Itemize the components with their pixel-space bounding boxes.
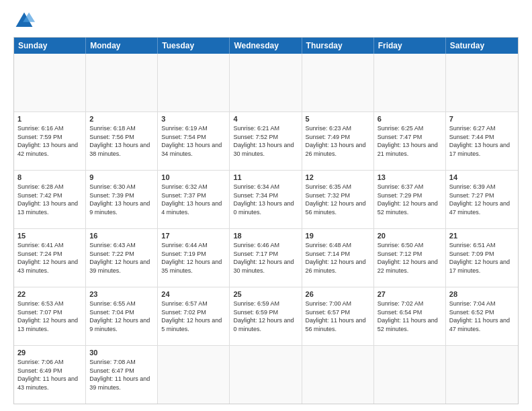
day-info: Sunrise: 7:08 AMSunset: 6:47 PMDaylight:… [89, 358, 154, 392]
calendar-cell: 18Sunrise: 6:46 AMSunset: 7:17 PMDayligh… [230, 229, 302, 287]
day-number: 23 [89, 290, 154, 298]
calendar: SundayMondayTuesdayWednesdayThursdayFrid… [13, 37, 519, 404]
logo-icon [13, 10, 35, 32]
calendar-cell [158, 54, 230, 111]
day-info: Sunrise: 6:50 AMSunset: 7:12 PMDaylight:… [378, 241, 442, 275]
calendar-cell: 20Sunrise: 6:50 AMSunset: 7:12 PMDayligh… [374, 229, 446, 287]
header [13, 10, 519, 32]
calendar-cell: 25Sunrise: 6:59 AMSunset: 6:59 PMDayligh… [230, 287, 302, 345]
calendar-cell: 7Sunrise: 6:27 AMSunset: 7:44 PMDaylight… [446, 112, 518, 170]
calendar-row [14, 54, 518, 112]
calendar-cell [14, 54, 86, 111]
calendar-cell: 6Sunrise: 6:25 AMSunset: 7:47 PMDaylight… [374, 112, 446, 170]
calendar-cell [374, 54, 446, 111]
day-info: Sunrise: 6:23 AMSunset: 7:49 PMDaylight:… [306, 124, 370, 158]
day-number: 18 [233, 232, 298, 240]
calendar-cell: 16Sunrise: 6:43 AMSunset: 7:22 PMDayligh… [86, 229, 158, 287]
calendar-cell: 22Sunrise: 6:53 AMSunset: 7:07 PMDayligh… [14, 287, 86, 345]
day-number: 5 [306, 115, 370, 123]
day-info: Sunrise: 6:39 AMSunset: 7:27 PMDaylight:… [449, 183, 515, 216]
day-info: Sunrise: 6:48 AMSunset: 7:14 PMDaylight:… [306, 241, 370, 275]
day-number: 4 [233, 115, 298, 123]
day-number: 12 [306, 173, 370, 181]
calendar-cell: 11Sunrise: 6:34 AMSunset: 7:34 PMDayligh… [230, 171, 302, 228]
calendar-cell: 13Sunrise: 6:37 AMSunset: 7:29 PMDayligh… [374, 171, 446, 228]
calendar-body: 1Sunrise: 6:16 AMSunset: 7:59 PMDaylight… [14, 54, 518, 404]
calendar-cell [302, 54, 374, 111]
day-number: 7 [449, 115, 515, 123]
calendar-cell: 3Sunrise: 6:19 AMSunset: 7:54 PMDaylight… [158, 112, 230, 170]
day-number: 16 [89, 232, 154, 240]
calendar-page: SundayMondayTuesdayWednesdayThursdayFrid… [0, 0, 532, 411]
day-number: 30 [89, 349, 154, 357]
calendar-header-cell: Saturday [446, 38, 518, 54]
calendar-cell [230, 346, 302, 404]
day-info: Sunrise: 6:32 AMSunset: 7:37 PMDaylight:… [161, 183, 226, 216]
day-info: Sunrise: 6:16 AMSunset: 7:59 PMDaylight:… [17, 124, 82, 158]
calendar-header-cell: Wednesday [230, 38, 302, 54]
calendar-cell: 1Sunrise: 6:16 AMSunset: 7:59 PMDaylight… [14, 112, 86, 170]
day-info: Sunrise: 6:37 AMSunset: 7:29 PMDaylight:… [378, 183, 442, 216]
day-info: Sunrise: 6:44 AMSunset: 7:19 PMDaylight:… [161, 241, 226, 275]
calendar-cell: 9Sunrise: 6:30 AMSunset: 7:39 PMDaylight… [86, 171, 158, 228]
day-number: 6 [378, 115, 442, 123]
day-info: Sunrise: 6:41 AMSunset: 7:24 PMDaylight:… [17, 241, 82, 275]
calendar-cell: 4Sunrise: 6:21 AMSunset: 7:52 PMDaylight… [230, 112, 302, 170]
calendar-cell: 19Sunrise: 6:48 AMSunset: 7:14 PMDayligh… [302, 229, 374, 287]
calendar-cell: 28Sunrise: 7:04 AMSunset: 6:52 PMDayligh… [446, 287, 518, 345]
day-number: 19 [306, 232, 370, 240]
day-info: Sunrise: 6:43 AMSunset: 7:22 PMDaylight:… [89, 241, 154, 275]
calendar-row: 1Sunrise: 6:16 AMSunset: 7:59 PMDaylight… [14, 112, 518, 171]
calendar-cell: 14Sunrise: 6:39 AMSunset: 7:27 PMDayligh… [446, 171, 518, 228]
calendar-header-cell: Friday [374, 38, 446, 54]
day-info: Sunrise: 7:06 AMSunset: 6:49 PMDaylight:… [17, 358, 82, 392]
day-number: 22 [17, 290, 82, 298]
calendar-cell: 29Sunrise: 7:06 AMSunset: 6:49 PMDayligh… [14, 346, 86, 404]
calendar-cell: 15Sunrise: 6:41 AMSunset: 7:24 PMDayligh… [14, 229, 86, 287]
calendar-header-cell: Monday [86, 38, 158, 54]
day-number: 28 [449, 290, 515, 298]
day-info: Sunrise: 6:30 AMSunset: 7:39 PMDaylight:… [89, 183, 154, 216]
day-number: 24 [161, 290, 226, 298]
day-number: 26 [306, 290, 370, 298]
calendar-cell: 8Sunrise: 6:28 AMSunset: 7:42 PMDaylight… [14, 171, 86, 228]
day-info: Sunrise: 6:27 AMSunset: 7:44 PMDaylight:… [449, 124, 515, 158]
calendar-cell: 27Sunrise: 7:02 AMSunset: 6:54 PMDayligh… [374, 287, 446, 345]
day-number: 29 [17, 349, 82, 357]
day-info: Sunrise: 6:35 AMSunset: 7:32 PMDaylight:… [306, 183, 370, 216]
day-info: Sunrise: 6:53 AMSunset: 7:07 PMDaylight:… [17, 300, 82, 333]
calendar-cell [158, 346, 230, 404]
day-info: Sunrise: 6:55 AMSunset: 7:04 PMDaylight:… [89, 300, 154, 333]
day-number: 9 [89, 173, 154, 181]
calendar-cell [446, 346, 518, 404]
calendar-cell: 30Sunrise: 7:08 AMSunset: 6:47 PMDayligh… [86, 346, 158, 404]
day-number: 8 [17, 173, 82, 181]
day-info: Sunrise: 6:18 AMSunset: 7:56 PMDaylight:… [89, 124, 154, 158]
calendar-cell [374, 346, 446, 404]
day-number: 13 [378, 173, 442, 181]
day-number: 2 [89, 115, 154, 123]
calendar-row: 15Sunrise: 6:41 AMSunset: 7:24 PMDayligh… [14, 229, 518, 287]
calendar-cell: 17Sunrise: 6:44 AMSunset: 7:19 PMDayligh… [158, 229, 230, 287]
day-number: 27 [378, 290, 442, 298]
logo [13, 10, 38, 32]
day-info: Sunrise: 6:34 AMSunset: 7:34 PMDaylight:… [233, 183, 298, 216]
day-number: 14 [449, 173, 515, 181]
calendar-cell: 24Sunrise: 6:57 AMSunset: 7:02 PMDayligh… [158, 287, 230, 345]
calendar-cell: 2Sunrise: 6:18 AMSunset: 7:56 PMDaylight… [86, 112, 158, 170]
calendar-header-row: SundayMondayTuesdayWednesdayThursdayFrid… [14, 38, 518, 54]
day-number: 21 [449, 232, 515, 240]
calendar-header-cell: Thursday [302, 38, 374, 54]
day-info: Sunrise: 6:46 AMSunset: 7:17 PMDaylight:… [233, 241, 298, 275]
day-info: Sunrise: 6:51 AMSunset: 7:09 PMDaylight:… [449, 241, 515, 275]
calendar-header-cell: Tuesday [158, 38, 230, 54]
day-number: 3 [161, 115, 226, 123]
day-number: 15 [17, 232, 82, 240]
calendar-cell: 26Sunrise: 7:00 AMSunset: 6:57 PMDayligh… [302, 287, 374, 345]
day-info: Sunrise: 6:25 AMSunset: 7:47 PMDaylight:… [378, 124, 442, 158]
day-info: Sunrise: 6:19 AMSunset: 7:54 PMDaylight:… [161, 124, 226, 158]
calendar-header-cell: Sunday [14, 38, 86, 54]
day-info: Sunrise: 6:57 AMSunset: 7:02 PMDaylight:… [161, 300, 226, 333]
calendar-cell: 10Sunrise: 6:32 AMSunset: 7:37 PMDayligh… [158, 171, 230, 228]
calendar-cell: 5Sunrise: 6:23 AMSunset: 7:49 PMDaylight… [302, 112, 374, 170]
